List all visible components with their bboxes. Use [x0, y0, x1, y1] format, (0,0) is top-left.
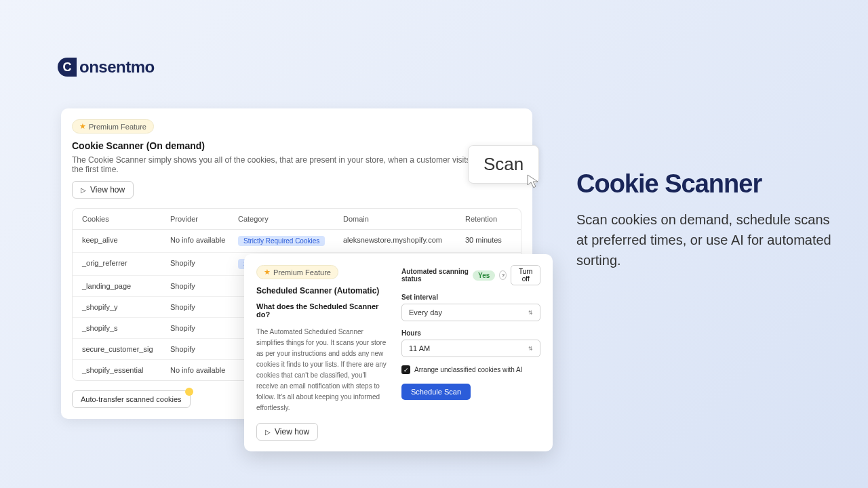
header-retention: Retention — [465, 215, 521, 223]
cell-provider: Shopify — [170, 324, 238, 332]
interval-value: Every day — [409, 308, 442, 317]
star-icon: ★ — [264, 268, 271, 277]
hours-select[interactable]: 11 AM ⇅ — [401, 340, 540, 357]
chevron-updown-icon: ⇅ — [528, 346, 533, 352]
ai-check-label: Arrange unclassified cookies with AI — [414, 366, 523, 373]
hours-value: 11 AM — [409, 344, 430, 352]
popup-premium-label: Premium Feature — [273, 268, 331, 277]
card-desc: The Cookie Scanner simply shows you all … — [72, 155, 521, 174]
chevron-updown-icon: ⇅ — [528, 310, 533, 316]
cell-cookie: _shopify_essential — [82, 366, 170, 374]
cell-provider: Shopify — [170, 303, 238, 311]
notification-dot-icon — [185, 388, 193, 396]
popup-premium-badge: ★ Premium Feature — [256, 265, 338, 279]
category-badge: Strictly Required Cookies — [238, 236, 325, 246]
auto-transfer-label: Auto-transfer scanned cookies — [81, 395, 182, 403]
header-cookies: Cookies — [82, 215, 170, 223]
cell-cookie: keep_alive — [82, 236, 170, 246]
star-icon: ★ — [79, 122, 86, 131]
scheduled-scanner-popup: ★ Premium Feature Scheduled Scanner (Aut… — [244, 254, 553, 451]
status-value-badge: Yes — [473, 270, 495, 281]
table-row[interactable]: keep_aliveNo info availableStrictly Requ… — [73, 230, 521, 253]
cell-cookie: _orig_referrer — [82, 259, 170, 269]
brand-logo: C onsentmo — [58, 58, 155, 77]
premium-badge: ★ Premium Feature — [72, 119, 154, 134]
cell-provider: Shopify — [170, 282, 238, 290]
auto-transfer-button[interactable]: Auto-transfer scanned cookies — [72, 390, 191, 408]
cursor-icon — [526, 173, 542, 189]
ai-checkbox-row[interactable]: ✓ Arrange unclassified cookies with AI — [401, 365, 540, 374]
cell-provider: Shopify — [170, 259, 238, 269]
cell-cookie: _landing_page — [82, 282, 170, 290]
marketing-copy: Cookie Scanner Scan cookies on demand, s… — [576, 169, 834, 270]
header-domain: Domain — [343, 215, 465, 223]
cell-cookie: secure_customer_sig — [82, 345, 170, 353]
popup-view-how-button[interactable]: ▷ View how — [256, 423, 318, 441]
cell-domain: aleksnewstore.myshopify.com — [343, 236, 465, 246]
help-icon[interactable]: ? — [499, 270, 507, 280]
header-category: Category — [238, 215, 343, 223]
popup-desc: The Automated Scheduled Scanner simplifi… — [256, 327, 388, 413]
popup-view-how-label: View how — [275, 427, 309, 436]
turn-off-button[interactable]: Turn off — [511, 265, 540, 285]
header-provider: Provider — [170, 215, 238, 223]
cell-cookie: _shopify_y — [82, 303, 170, 311]
popup-question: What does the Scheduled Scanner do? — [256, 302, 388, 319]
marketing-title: Cookie Scanner — [576, 169, 834, 199]
cell-retention: 30 minutes — [465, 236, 521, 246]
brand-name: onsentmo — [79, 58, 155, 77]
marketing-desc: Scan cookies on demand, schedule scans a… — [576, 209, 834, 270]
view-how-label: View how — [90, 185, 125, 195]
hours-label: Hours — [401, 329, 540, 337]
card-title: Cookie Scanner (On demand) — [72, 140, 521, 151]
cell-provider: No info available — [170, 366, 238, 374]
play-icon: ▷ — [265, 428, 271, 436]
table-header: Cookies Provider Category Domain Retenti… — [73, 209, 521, 230]
popup-title: Scheduled Scanner (Automatic) — [256, 286, 388, 296]
interval-label: Set interval — [401, 293, 540, 301]
premium-label: Premium Feature — [89, 123, 146, 131]
cell-cookie: _shopify_s — [82, 324, 170, 332]
interval-select[interactable]: Every day ⇅ — [401, 304, 540, 321]
play-icon: ▷ — [81, 186, 86, 194]
scanning-status-row: Automated scanning status Yes ? Turn off — [401, 265, 540, 285]
cell-provider: Shopify — [170, 345, 238, 353]
checkbox-checked-icon[interactable]: ✓ — [401, 365, 410, 374]
status-label: Automated scanning status — [401, 268, 469, 283]
logo-icon: C — [58, 58, 77, 77]
view-how-button[interactable]: ▷ View how — [72, 181, 134, 199]
cell-provider: No info available — [170, 236, 238, 246]
cell-category: Strictly Required Cookies — [238, 236, 343, 246]
schedule-scan-button[interactable]: Schedule Scan — [401, 384, 471, 400]
